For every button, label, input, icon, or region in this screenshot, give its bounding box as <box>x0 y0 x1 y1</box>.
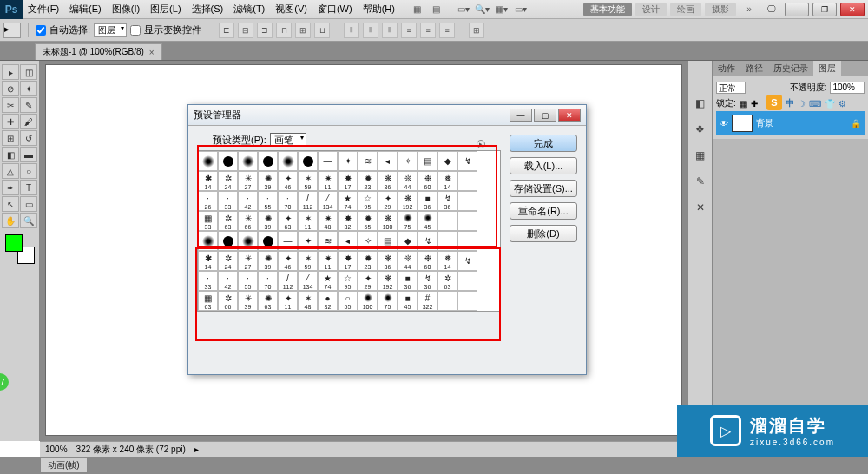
brush-preset[interactable]: ·33 <box>198 271 218 291</box>
save-set-button[interactable]: 存储设置(S)... <box>510 180 577 197</box>
brush-preset[interactable] <box>238 231 258 251</box>
brush-preset[interactable] <box>457 211 477 231</box>
brush-preset[interactable]: ❊44 <box>398 251 418 271</box>
brush-preset[interactable]: ·42 <box>218 271 238 291</box>
lock-position-icon[interactable]: ✚ <box>751 99 758 109</box>
current-tool-icon[interactable]: ▸ <box>3 23 21 38</box>
brush-preset[interactable]: ✦29 <box>358 271 378 291</box>
dialog-close-button[interactable]: ✕ <box>558 109 581 122</box>
info-flyout-icon[interactable]: ▸ <box>194 444 199 454</box>
type-tool[interactable]: T <box>20 180 37 195</box>
search-icon[interactable]: 🖵 <box>764 3 779 16</box>
brush-preset[interactable]: ☆95 <box>358 191 378 211</box>
eyedropper-tool[interactable]: ✎ <box>20 97 37 113</box>
flyout-menu-icon[interactable]: ▸ <box>477 140 485 148</box>
tab-layers[interactable]: 图层 <box>813 61 841 76</box>
workspace-more-icon[interactable]: » <box>741 3 757 16</box>
auto-select-dropdown[interactable]: 图层 <box>94 23 127 37</box>
brush-preset[interactable] <box>437 211 457 231</box>
visibility-icon[interactable]: 👁 <box>720 119 728 128</box>
pen-tool[interactable]: ✒ <box>2 180 19 195</box>
brush-preset[interactable]: ✦11 <box>278 291 298 311</box>
brush-preset[interactable] <box>457 171 477 191</box>
brush-preset[interactable]: ●32 <box>318 291 338 311</box>
brush-preset[interactable]: ✦ <box>298 231 318 251</box>
brush-preset[interactable]: ·55 <box>258 191 278 211</box>
screen-mode-icon[interactable]: ▭▾ <box>513 3 529 16</box>
hand-tool[interactable]: ✋ <box>2 213 19 228</box>
doc-info[interactable]: 322 像素 x 240 像素 (72 ppi) <box>76 444 186 456</box>
brush-preset[interactable]: ↯ <box>418 231 437 251</box>
distribute-v-icon[interactable]: ≡ <box>420 23 436 38</box>
brush-preset[interactable]: ❋36 <box>378 251 398 271</box>
fg-color-swatch[interactable] <box>5 234 23 252</box>
brush-preset[interactable] <box>457 231 477 251</box>
brush-preset[interactable] <box>218 231 238 251</box>
brush-preset[interactable]: ✲24 <box>218 251 238 271</box>
brush-preset[interactable]: ↯36 <box>418 271 437 291</box>
brush-preset[interactable]: ⁄134 <box>318 191 338 211</box>
menu-文件(F)[interactable]: 文件(F) <box>23 3 64 14</box>
document-tab[interactable]: 未标题-1 @ 100%(RGB/8) × <box>35 43 162 60</box>
color-panel-icon[interactable]: ◧ <box>692 95 709 111</box>
lasso-tool[interactable]: ⊘ <box>2 81 19 96</box>
adjustments-panel-icon[interactable]: ✎ <box>692 174 709 189</box>
align-bottom-icon[interactable]: ⊔ <box>314 23 330 38</box>
brush-preset[interactable] <box>457 271 477 291</box>
brush-preset[interactable]: ✷11 <box>318 171 338 191</box>
brush-preset[interactable]: ≋ <box>358 151 378 171</box>
brush-preset[interactable]: ◆ <box>398 231 418 251</box>
brush-preset[interactable]: ✶59 <box>298 251 318 271</box>
align-center-v-icon[interactable]: ⊞ <box>295 23 311 38</box>
brush-preset[interactable]: ■45 <box>398 291 418 311</box>
menu-窗口(W)[interactable]: 窗口(W) <box>312 3 358 14</box>
distribute-left-icon[interactable]: ⦀ <box>344 23 359 38</box>
gradient-tool[interactable]: ▬ <box>20 147 37 162</box>
brush-preset[interactable]: ✦63 <box>278 211 298 231</box>
brush-preset[interactable] <box>278 151 298 171</box>
brush-preset[interactable]: ✺39 <box>258 171 278 191</box>
menu-视图(V)[interactable]: 视图(V) <box>270 3 312 14</box>
brush-preset[interactable]: ✳27 <box>238 251 258 271</box>
brush-tool[interactable]: 🖌 <box>20 114 37 129</box>
brush-preset[interactable]: ▤ <box>418 151 437 171</box>
brush-preset[interactable]: ❉60 <box>418 251 437 271</box>
path-tool[interactable]: ↖ <box>2 196 19 212</box>
align-center-h-icon[interactable]: ⊟ <box>238 23 253 38</box>
brush-preset[interactable]: ▤ <box>378 231 398 251</box>
history-brush-tool[interactable]: ↺ <box>20 130 37 146</box>
launch-minibridge-icon[interactable]: ▤ <box>429 3 444 16</box>
brush-preset[interactable]: — <box>318 151 338 171</box>
menu-帮助(H)[interactable]: 帮助(H) <box>358 3 400 14</box>
preset-type-dropdown[interactable]: 画笔 <box>270 133 306 147</box>
brush-preset[interactable]: ✱14 <box>198 251 218 271</box>
zoom-percent[interactable]: 100% <box>45 444 68 454</box>
workspace-essentials[interactable]: 基本功能 <box>583 3 632 16</box>
shape-tool[interactable]: ▭ <box>20 196 37 212</box>
distribute-bottom-icon[interactable]: ≡ <box>439 23 455 38</box>
brush-preset[interactable]: ✳39 <box>238 291 258 311</box>
brush-preset[interactable]: ★74 <box>318 271 338 291</box>
brush-preset[interactable]: ○55 <box>338 291 358 311</box>
menu-图像(I)[interactable]: 图像(I) <box>107 3 145 14</box>
menu-编辑(E)[interactable]: 编辑(E) <box>64 3 107 14</box>
view-extras-icon[interactable]: ▭▾ <box>456 3 471 16</box>
brush-preset[interactable]: ■36 <box>418 191 437 211</box>
brush-preset[interactable]: ✶59 <box>298 171 318 191</box>
align-right-icon[interactable]: ⊐ <box>257 23 273 38</box>
menu-滤镜(T)[interactable]: 滤镜(T) <box>228 3 270 14</box>
brush-preset[interactable]: ✲24 <box>218 171 238 191</box>
brush-preset[interactable]: ✺63 <box>258 291 278 311</box>
distribute-h-icon[interactable]: ⦀ <box>363 23 378 38</box>
tab-history[interactable]: 历史记录 <box>768 61 813 76</box>
brush-preset[interactable] <box>457 291 477 311</box>
close-tab-icon[interactable]: × <box>149 48 155 57</box>
brush-preset[interactable] <box>437 231 457 251</box>
brush-preset[interactable]: ▦63 <box>198 291 218 311</box>
brush-preset[interactable]: /112 <box>298 191 318 211</box>
layer-thumbnail[interactable] <box>732 115 753 132</box>
brush-preset[interactable]: ☆95 <box>338 271 358 291</box>
done-button[interactable]: 完成 <box>510 135 577 152</box>
brush-preset[interactable]: ✹55 <box>358 211 378 231</box>
brush-preset[interactable]: ✷48 <box>318 211 338 231</box>
